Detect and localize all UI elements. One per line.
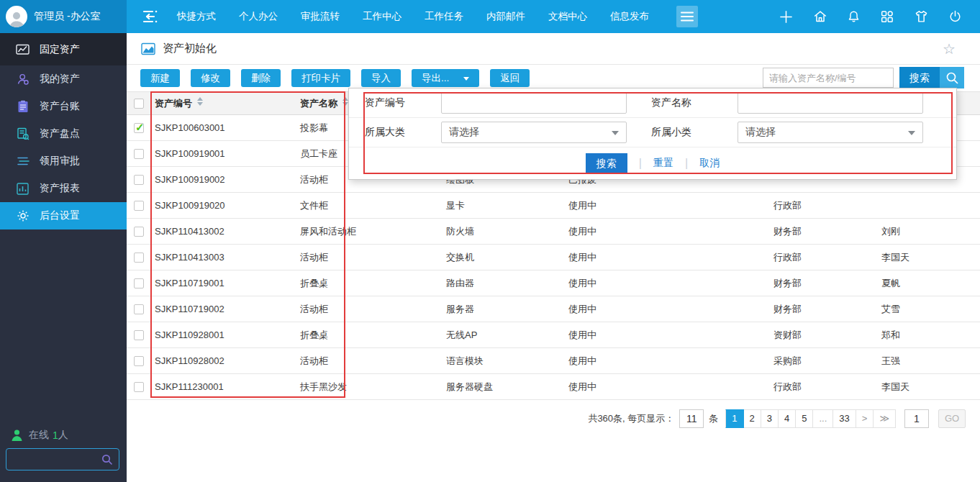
cell-col3: 无线AP <box>443 322 565 348</box>
favorite-star-icon[interactable]: ☆ <box>943 42 956 56</box>
category-select[interactable]: 请选择 <box>441 122 627 143</box>
search-magnifier-button[interactable] <box>940 67 964 88</box>
row-checkbox[interactable] <box>134 149 144 159</box>
page-button[interactable]: 3 <box>761 409 779 428</box>
table-row[interactable]: SJKP111230001扶手黑沙发服务器硬盘使用中行政部李国天 <box>127 374 980 400</box>
cell-asset-no: SJKP100603001 <box>151 115 296 141</box>
asset-name-field[interactable] <box>738 92 923 114</box>
asset-no-field[interactable] <box>441 92 627 114</box>
cell-col3: 防火墙 <box>443 219 565 245</box>
bell-icon[interactable] <box>846 9 861 24</box>
page-button[interactable]: 2 <box>744 409 761 428</box>
page-size-input[interactable] <box>679 409 704 428</box>
row-checkbox[interactable] <box>134 278 144 288</box>
app-root: 管理员 -办公室 快捷方式个人办公审批流转工作中心工作任务内部邮件文档中心信息发… <box>0 0 980 482</box>
popup-reset-button[interactable]: 重置 <box>653 157 673 170</box>
popup-row-1: 资产编号 资产名称 <box>349 88 956 118</box>
table-row[interactable]: SJKP110928001折叠桌无线AP使用中资财部郑和 <box>127 322 980 348</box>
online-count: 1 <box>53 429 58 441</box>
row-checkbox[interactable] <box>134 382 144 392</box>
topnav-item[interactable]: 工作中心 <box>351 0 413 33</box>
header-asset-no[interactable]: 资产编号 <box>151 92 296 115</box>
topnav-item[interactable]: 审批流转 <box>289 0 351 33</box>
sidebar-item-asset-ledger[interactable]: 资产台账 <box>0 93 127 120</box>
cell-col3: 服务器硬盘 <box>443 374 565 400</box>
sort-icon[interactable] <box>342 97 348 106</box>
power-icon[interactable] <box>948 9 963 24</box>
sort-icon[interactable] <box>197 97 203 106</box>
topnav-item[interactable]: 快捷方式 <box>165 0 227 33</box>
search-button[interactable]: 搜索 <box>899 67 940 88</box>
table-row[interactable]: SJKP100919020文件柜显卡使用中行政部 <box>127 193 980 219</box>
export-button[interactable]: 导出... <box>412 69 479 87</box>
topnav-item[interactable]: 文档中心 <box>537 0 599 33</box>
apps-icon[interactable] <box>879 9 895 24</box>
go-button[interactable]: GO <box>938 409 966 428</box>
row-checkbox[interactable] <box>134 201 144 211</box>
doc-search-icon <box>16 127 30 141</box>
topnav-item[interactable]: 工作任务 <box>413 0 475 33</box>
sidebar-item-approval[interactable]: 领用审批 <box>0 147 127 175</box>
cell-status: 使用中 <box>565 322 770 348</box>
popup-search-button[interactable]: 搜索 <box>586 153 627 174</box>
sidebar-module-fixed-assets[interactable]: 固定资产 <box>0 33 127 65</box>
plus-icon[interactable] <box>778 9 794 25</box>
row-checkbox[interactable] <box>134 304 144 314</box>
page-button[interactable]: 4 <box>779 409 796 428</box>
page-button[interactable]: > <box>856 409 874 428</box>
back-button[interactable]: 返回 <box>490 69 530 87</box>
sidebar-item-my-assets[interactable]: 我的资产 <box>0 65 127 93</box>
toolbar-button[interactable]: 删除 <box>241 69 281 87</box>
table-row[interactable]: SJKP110719002活动柜服务器使用中财务部艾雪 <box>127 296 980 322</box>
topnav-item[interactable]: 内部邮件 <box>475 0 537 33</box>
sidebar-item-asset-report[interactable]: 资产报表 <box>0 175 127 202</box>
toolbar-button[interactable]: 打印卡片 <box>291 69 350 87</box>
topbar-username: 管理员 -办公室 <box>34 10 101 23</box>
report-icon <box>16 182 30 196</box>
shirt-icon[interactable] <box>913 9 930 24</box>
select-all-checkbox[interactable] <box>134 99 144 109</box>
row-checkbox[interactable] <box>134 253 144 263</box>
table-row[interactable]: SJKP110413002屏风和活动柜防火墙使用中财务部刘刚 <box>127 219 980 245</box>
topnav-item[interactable]: 信息发布 <box>599 0 661 33</box>
sidebar-search <box>6 448 119 470</box>
topbar-user-area[interactable]: 管理员 -办公室 <box>0 0 127 33</box>
sidebar-module-label: 固定资产 <box>40 43 80 56</box>
row-checkbox[interactable] <box>134 330 144 340</box>
sidebar-search-icon[interactable] <box>101 454 119 465</box>
goto-page-input[interactable] <box>904 409 929 428</box>
sidebar-search-input[interactable] <box>6 449 101 470</box>
cell-user: 李国天 <box>878 245 980 270</box>
asset-search-input[interactable] <box>763 68 894 88</box>
page-button[interactable]: 33 <box>833 409 856 428</box>
toolbar-button[interactable]: 导入 <box>361 69 401 87</box>
topbar-icons <box>778 9 980 25</box>
toolbar-button[interactable]: 修改 <box>191 69 230 87</box>
page-title-icon <box>141 42 155 55</box>
page-button[interactable]: ≫ <box>874 409 896 428</box>
toolbar-button[interactable]: 新建 <box>140 69 180 87</box>
table-row[interactable]: SJKP110719001折叠桌路由器使用中财务部夏帆 <box>127 270 980 296</box>
row-checkbox[interactable] <box>134 356 144 366</box>
table-row[interactable]: SJKP110928002活动柜语言模块使用中采购部王强 <box>127 348 980 374</box>
page-button[interactable]: ... <box>813 409 833 428</box>
sidebar-item-settings[interactable]: 后台设置 <box>0 202 127 229</box>
home-icon[interactable] <box>812 9 828 24</box>
menu-list-icon[interactable] <box>141 9 158 24</box>
row-checkbox[interactable] <box>134 123 144 133</box>
row-checkbox[interactable] <box>134 175 144 185</box>
row-checkbox[interactable] <box>134 227 144 237</box>
pagination-unit: 条 <box>709 412 718 425</box>
clipboard-icon <box>16 100 30 114</box>
hamburger-button[interactable] <box>676 6 698 27</box>
table-row[interactable]: SJKP110413003活动柜交换机使用中行政部李国天 <box>127 245 980 270</box>
sidebar-item-asset-inventory[interactable]: 资产盘点 <box>0 120 127 147</box>
page-button[interactable]: 5 <box>796 409 813 428</box>
cell-asset-name: 活动柜 <box>296 245 443 270</box>
topnav-item[interactable]: 个人办公 <box>227 0 289 33</box>
popup-cancel-button[interactable]: 取消 <box>699 157 720 170</box>
subcategory-select[interactable]: 请选择 <box>738 122 923 143</box>
gear-icon <box>16 209 30 223</box>
page-button[interactable]: 1 <box>725 409 743 428</box>
cell-asset-name: 活动柜 <box>296 296 443 322</box>
